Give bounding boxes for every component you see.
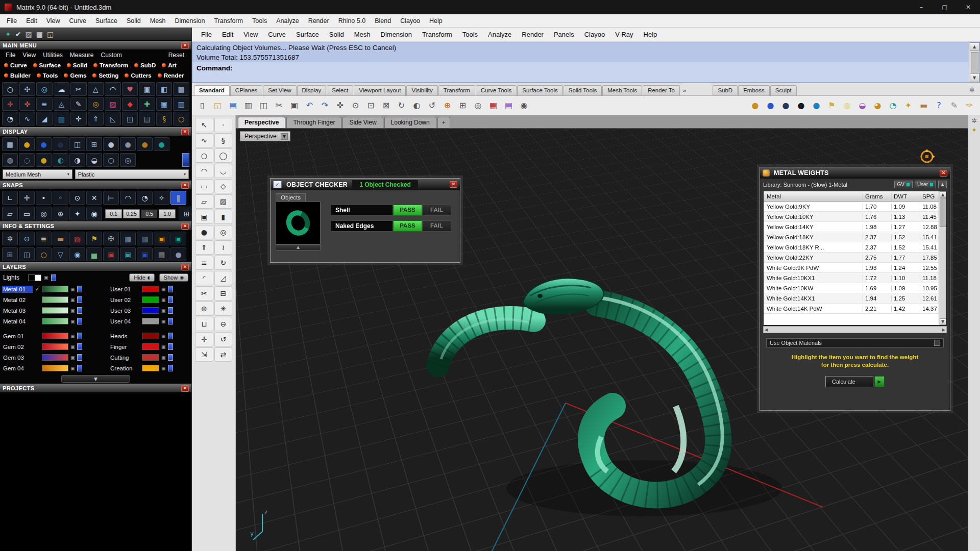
paint-icon[interactable]: ▨ <box>105 97 121 111</box>
layer-heads[interactable]: Heads▣ <box>109 333 189 340</box>
scroll-down-icon[interactable]: ▼ <box>940 318 946 325</box>
close-icon[interactable]: ✕ <box>181 182 189 189</box>
object-preview[interactable] <box>276 202 321 244</box>
reset-button[interactable]: Reset <box>168 52 189 59</box>
filter-icon[interactable]: ▽ <box>53 247 68 261</box>
side-tab-subd[interactable]: SubD <box>713 85 738 95</box>
layer-color-swatch[interactable] <box>142 296 159 303</box>
ruler-icon[interactable]: ▬ <box>53 232 68 245</box>
metal-row-yellow-gold-18ky[interactable]: Yellow Gold:18KY2.371.5215.41 <box>764 232 946 242</box>
sphere-teal-icon[interactable]: ● <box>154 137 169 151</box>
plane-icon[interactable]: ▱ <box>195 194 213 209</box>
lights-color-swatch[interactable] <box>28 274 41 281</box>
pen-icon[interactable]: ✑ <box>962 98 977 113</box>
layer-color-swatch[interactable] <box>142 286 159 292</box>
check-icon[interactable]: ✔ <box>15 30 21 38</box>
perpendicular-icon[interactable]: ⊢ <box>103 191 119 205</box>
print-state-icon[interactable] <box>168 365 173 371</box>
app-menu-blend[interactable]: Blend <box>370 17 396 24</box>
toolbar-tab-surface-tools[interactable]: Surface Tools <box>517 85 562 95</box>
close-button[interactable]: ✕ <box>957 0 980 14</box>
app-menu-help[interactable]: Help <box>425 17 447 24</box>
toolbar-tab-mesh-tools[interactable]: Mesh Tools <box>602 85 642 95</box>
category-transform[interactable]: Transform <box>90 62 131 68</box>
palette-icon[interactable]: ▨ <box>25 30 32 38</box>
matrix-menu-utilities[interactable]: Utilities <box>39 52 66 59</box>
snap-value-0.5[interactable]: 0.5 <box>141 209 158 218</box>
layer-metal-02[interactable]: Metal 02▣ <box>2 296 104 304</box>
blue-cube-icon[interactable]: ▣ <box>137 247 153 261</box>
shaded-dark-icon[interactable]: ● <box>53 137 68 151</box>
gem-gold-icon[interactable]: ◕ <box>870 98 885 113</box>
toolbar-tab-visibility[interactable]: Visibility <box>406 85 437 95</box>
toolbar-tab-viewport-layout[interactable]: Viewport Layout <box>354 85 406 95</box>
level-icon[interactable]: ◺ <box>105 112 121 126</box>
extrude-tool-icon[interactable]: ⇑ <box>195 240 213 255</box>
bookmark-icon[interactable]: ⚑ <box>86 232 102 245</box>
split-icon[interactable]: ⊟ <box>214 286 233 300</box>
collapse-arrow-icon[interactable]: ▲ <box>276 244 321 251</box>
app-menu-solid[interactable]: Solid <box>122 17 145 24</box>
rectangle-icon[interactable]: ▭ <box>195 179 213 193</box>
ellipse-icon[interactable]: ◯ <box>214 148 233 163</box>
rhino-menu-panels[interactable]: Panels <box>549 31 579 38</box>
column-header-dwt[interactable]: DWT <box>891 193 920 199</box>
screen-icon[interactable]: ▦ <box>173 82 189 96</box>
close-icon[interactable]: ✕ <box>181 42 189 49</box>
save-matrix-icon[interactable]: ▤ <box>36 30 43 38</box>
app-menu-view[interactable]: View <box>42 17 65 24</box>
technical-icon[interactable]: ◐ <box>53 153 68 167</box>
metal-row-white-gold-9k-pdw[interactable]: White Gold:9K PdW1.931.2412.55 <box>764 263 946 273</box>
minimize-button[interactable]: – <box>910 0 933 14</box>
lock-icon[interactable]: ▣ <box>70 334 75 339</box>
planar-icon[interactable]: ▭ <box>19 207 35 220</box>
vray-icon[interactable]: ✦ <box>901 98 916 113</box>
heart-icon[interactable]: ♥ <box>122 82 138 96</box>
box-icon[interactable]: ▣ <box>195 210 213 224</box>
print-state-icon[interactable] <box>168 296 173 303</box>
open-icon[interactable]: ◱ <box>210 98 225 113</box>
print-state-icon[interactable] <box>77 307 82 314</box>
rhino-menu-v-ray[interactable]: V-Ray <box>610 31 638 38</box>
layer-color-swatch[interactable] <box>142 343 159 350</box>
layer-finger[interactable]: Finger▣ <box>109 343 189 350</box>
arc-icon[interactable]: ◠ <box>195 164 213 178</box>
layer-gem-04[interactable]: Gem 04▣ <box>2 365 104 372</box>
layer-gem-03[interactable]: Gem 03▣ <box>2 354 104 361</box>
command-scrollbar[interactable]: ▲ ▼ <box>969 42 979 82</box>
toolbar-tab-display[interactable]: Display <box>297 85 327 95</box>
table-vertical-scrollbar[interactable]: ▲ ▼ <box>939 191 946 325</box>
popup-dot-icon[interactable]: · <box>214 118 233 132</box>
layer-color-swatch[interactable] <box>42 343 68 350</box>
layer-color-swatch[interactable] <box>142 318 159 324</box>
helix-icon[interactable]: § <box>214 133 233 147</box>
shaded-view-icon[interactable]: ◐ <box>409 98 424 113</box>
rhino-menu-solid[interactable]: Solid <box>324 31 349 38</box>
fail-badge[interactable]: FAIL <box>422 220 451 232</box>
render-navy-icon[interactable]: ● <box>778 98 793 113</box>
rhino-menu-dimension[interactable]: Dimension <box>376 31 417 38</box>
pass-badge[interactable]: PASS <box>393 220 422 232</box>
save-icon[interactable]: ▤ <box>226 98 240 113</box>
solid-icon[interactable]: ▣ <box>139 82 155 96</box>
sphere-icon[interactable]: ● <box>195 225 213 239</box>
rhino-menu-view[interactable]: View <box>238 31 263 38</box>
lock-icon[interactable]: ▣ <box>161 308 166 313</box>
toolbar-tab-solid-tools[interactable]: Solid Tools <box>564 85 602 95</box>
toolbar-tab-standard[interactable]: Standard <box>194 85 230 95</box>
close-icon[interactable]: ✕ <box>181 264 189 270</box>
layer-color-swatch[interactable] <box>42 296 68 303</box>
chamfer-icon[interactable]: ◿ <box>214 271 233 285</box>
mirror-icon[interactable]: ⇄ <box>214 347 233 362</box>
zoom-window-icon[interactable]: ⊡ <box>363 98 378 113</box>
gem-aqua-icon[interactable]: ◔ <box>886 98 900 113</box>
rhino-menu-clayoo[interactable]: Clayoo <box>579 31 610 38</box>
scrollbar-thumb[interactable] <box>971 52 978 72</box>
extrude-icon[interactable]: ⇑ <box>88 112 104 126</box>
explode-icon[interactable]: ✳ <box>214 302 233 316</box>
metal-row-yellow-gold-10ky[interactable]: Yellow Gold:10KY1.761.1311.45 <box>764 212 946 222</box>
print-state-icon[interactable] <box>168 333 173 339</box>
rail-gear-icon[interactable]: ✲ <box>971 117 976 124</box>
ortho-icon[interactable]: ‖ <box>170 191 186 205</box>
viewport-tab-through-finger[interactable]: Through Finger <box>286 117 341 128</box>
